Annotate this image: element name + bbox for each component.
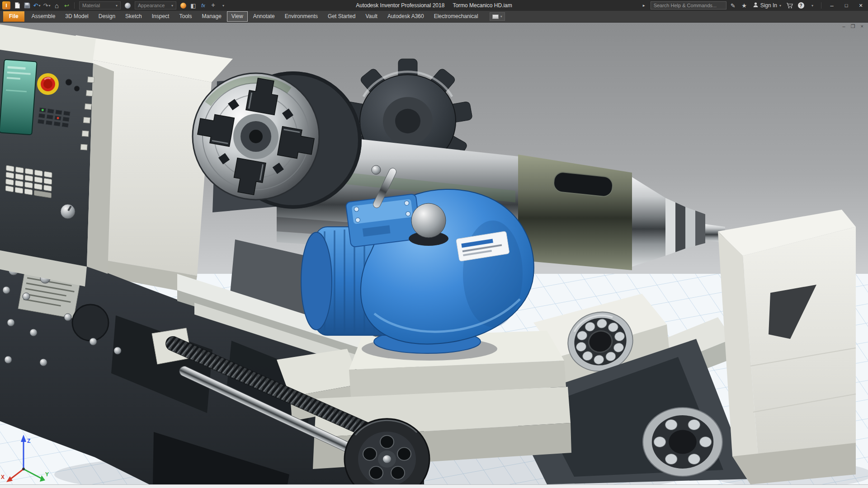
chevron-down-icon: ▾ bbox=[38, 4, 40, 8]
tab-file[interactable]: File bbox=[3, 11, 24, 22]
app-store-cart-icon[interactable] bbox=[785, 1, 794, 10]
document-minimize-button[interactable]: – bbox=[843, 23, 845, 29]
save-icon[interactable] bbox=[22, 1, 32, 10]
new-file-icon[interactable] bbox=[12, 1, 22, 10]
titlebar-right-cluster: ► ✎ ★ Sign In ▾ ? ▾ – □ × bbox=[639, 0, 867, 11]
person-icon bbox=[753, 2, 759, 9]
inventor-app-icon[interactable]: I bbox=[2, 1, 10, 9]
bearing-lower[interactable] bbox=[643, 408, 722, 476]
cnc-screen bbox=[0, 60, 37, 135]
app-title: Autodesk Inventor Professional 2018 bbox=[356, 2, 444, 9]
document-title: Tormo Mecanico HD.iam bbox=[453, 2, 512, 9]
y-axis-label: Y bbox=[45, 471, 49, 478]
material-ball-icon[interactable] bbox=[123, 1, 132, 10]
quick-access-toolbar: I ↶▾ ↷▾ ⌂ ↩ Material ▾ Appearance ▾ ◧ bbox=[1, 1, 228, 10]
redo-icon[interactable]: ↷▾ bbox=[42, 1, 52, 10]
adjust-icon[interactable]: ◧ bbox=[189, 1, 198, 10]
document-restore-button[interactable]: ❐ bbox=[851, 23, 855, 29]
title-bar: I ↶▾ ↷▾ ⌂ ↩ Material ▾ Appearance ▾ ◧ bbox=[0, 0, 868, 11]
window-close-button[interactable]: × bbox=[854, 0, 867, 11]
appearance-dropdown[interactable]: Appearance ▾ bbox=[135, 1, 176, 9]
tab-autodesk-a360[interactable]: Autodesk A360 bbox=[383, 11, 429, 22]
status-bar bbox=[0, 484, 868, 488]
search-expand-icon[interactable]: ► bbox=[639, 1, 649, 10]
tab-vault[interactable]: Vault bbox=[361, 11, 382, 22]
jog-knob[interactable] bbox=[61, 204, 75, 219]
separator bbox=[74, 2, 75, 9]
tailstock[interactable] bbox=[718, 210, 856, 484]
tab-annotate[interactable]: Annotate bbox=[249, 11, 279, 22]
chevron-down-icon: ▾ bbox=[171, 4, 173, 8]
favorites-star-icon[interactable]: ★ bbox=[740, 1, 749, 10]
tab-electromechanical[interactable]: Electromechanical bbox=[429, 11, 483, 22]
chrome-dome-cap bbox=[411, 203, 446, 238]
ribbon-tab-bar: File Assemble 3D Model Design Sketch Ins… bbox=[0, 11, 868, 23]
add-command-icon[interactable]: ✚ bbox=[208, 1, 218, 10]
home-view-icon[interactable]: ⌂ bbox=[52, 1, 61, 10]
viewport-3d[interactable]: Z X Y bbox=[0, 23, 868, 484]
chevron-down-icon: ▾ bbox=[500, 14, 502, 19]
tab-assemble[interactable]: Assemble bbox=[27, 11, 60, 22]
parameters-fx-icon[interactable]: fx bbox=[198, 1, 208, 10]
tab-view[interactable]: View bbox=[227, 11, 248, 22]
material-dropdown[interactable]: Material ▾ bbox=[79, 1, 121, 9]
pen-feedback-icon[interactable]: ✎ bbox=[728, 1, 738, 10]
search-input[interactable] bbox=[651, 1, 726, 9]
separator bbox=[821, 2, 821, 9]
model-viewport[interactable]: Z X Y – ❐ × bbox=[0, 23, 868, 484]
customize-toolbar-caret[interactable]: ▾ bbox=[218, 1, 228, 10]
chevron-down-icon: ▾ bbox=[48, 4, 50, 8]
x-axis-label: X bbox=[1, 474, 5, 480]
undo-icon[interactable]: ↶▾ bbox=[32, 1, 42, 10]
sign-in-button[interactable]: Sign In ▾ bbox=[751, 2, 783, 9]
help-caret-icon[interactable]: ▾ bbox=[807, 1, 817, 10]
chuck[interactable] bbox=[193, 71, 362, 212]
return-icon[interactable]: ↩ bbox=[62, 1, 71, 10]
emergency-stop-button[interactable] bbox=[37, 73, 59, 95]
chevron-down-icon: ▾ bbox=[116, 4, 118, 8]
window-maximize-button[interactable]: □ bbox=[840, 0, 853, 11]
tab-environments[interactable]: Environments bbox=[280, 11, 322, 22]
document-close-button[interactable]: × bbox=[861, 23, 863, 29]
tab-3d-model[interactable]: 3D Model bbox=[61, 11, 93, 22]
ribbon-appearance-toggle[interactable]: ▾ bbox=[490, 12, 505, 21]
tab-manage[interactable]: Manage bbox=[197, 11, 226, 22]
window-minimize-button[interactable]: – bbox=[826, 0, 838, 11]
chevron-down-icon: ▾ bbox=[779, 4, 781, 8]
help-icon[interactable]: ? bbox=[796, 1, 806, 10]
ribbon-panel-icon bbox=[492, 14, 499, 19]
tab-design[interactable]: Design bbox=[94, 11, 120, 22]
appearance-ball-icon[interactable] bbox=[179, 1, 188, 10]
tab-tools[interactable]: Tools bbox=[175, 11, 196, 22]
tab-get-started[interactable]: Get Started bbox=[323, 11, 360, 22]
tab-inspect[interactable]: Inspect bbox=[147, 11, 174, 22]
document-window-controls: – ❐ × bbox=[843, 23, 863, 29]
tab-sketch[interactable]: Sketch bbox=[121, 11, 146, 22]
z-axis-label: Z bbox=[27, 438, 30, 444]
